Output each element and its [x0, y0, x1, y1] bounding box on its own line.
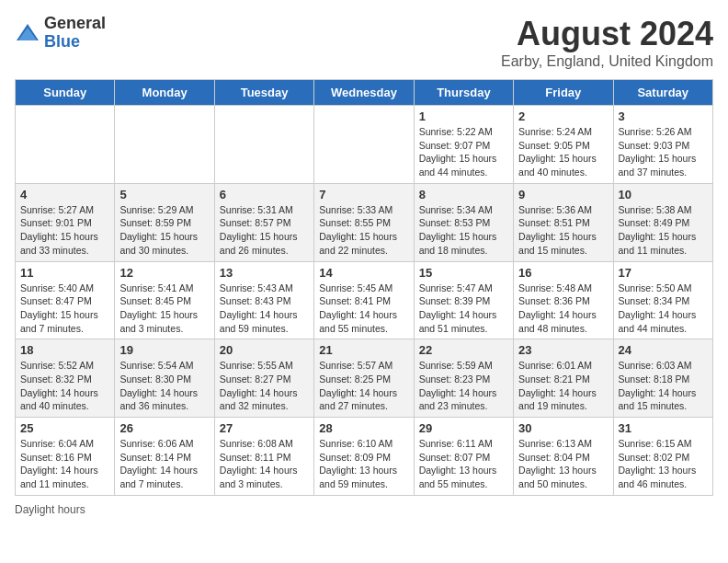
day-number: 6 [220, 188, 309, 201]
day-number: 24 [619, 343, 708, 357]
calendar-cell: 29Sunrise: 6:11 AMSunset: 8:07 PMDayligh… [414, 418, 513, 496]
title-block: August 2024 Earby, England, United Kingd… [501, 15, 713, 70]
col-header-friday: Friday [514, 80, 613, 106]
day-number: 29 [419, 421, 508, 435]
cell-info: Sunrise: 5:55 AMSunset: 8:27 PMDaylight:… [220, 359, 309, 413]
cell-info: Sunrise: 5:48 AMSunset: 8:36 PMDaylight:… [518, 282, 608, 336]
calendar-cell: 8Sunrise: 5:34 AMSunset: 8:53 PMDaylight… [414, 183, 513, 261]
cell-info: Sunrise: 5:57 AMSunset: 8:25 PMDaylight:… [319, 359, 408, 413]
logo-text: General Blue [44, 15, 106, 52]
calendar-cell [115, 106, 214, 184]
logo: General Blue [15, 15, 106, 52]
day-number: 22 [419, 343, 508, 357]
calendar-cell: 5Sunrise: 5:29 AMSunset: 8:59 PMDaylight… [115, 183, 214, 261]
calendar-cell: 15Sunrise: 5:47 AMSunset: 8:39 PMDayligh… [414, 261, 513, 339]
day-number: 10 [619, 188, 708, 201]
calendar-cell: 31Sunrise: 6:15 AMSunset: 8:02 PMDayligh… [613, 418, 712, 496]
cell-info: Sunrise: 5:31 AMSunset: 8:57 PMDaylight:… [220, 203, 309, 258]
cell-info: Sunrise: 5:24 AMSunset: 9:05 PMDaylight:… [518, 125, 608, 179]
day-number: 8 [419, 188, 508, 201]
calendar-cell: 27Sunrise: 6:08 AMSunset: 8:11 PMDayligh… [214, 418, 313, 496]
calendar-cell: 19Sunrise: 5:54 AMSunset: 8:30 PMDayligh… [115, 339, 214, 418]
cell-info: Sunrise: 5:27 AMSunset: 9:01 PMDaylight:… [20, 203, 109, 258]
day-number: 28 [319, 421, 408, 435]
cell-info: Sunrise: 6:06 AMSunset: 8:14 PMDaylight:… [119, 437, 209, 491]
calendar-cell: 12Sunrise: 5:41 AMSunset: 8:45 PMDayligh… [115, 261, 214, 339]
calendar-cell: 22Sunrise: 5:59 AMSunset: 8:23 PMDayligh… [414, 339, 513, 418]
day-number: 12 [119, 266, 209, 280]
col-header-wednesday: Wednesday [314, 80, 414, 106]
cell-info: Sunrise: 5:29 AMSunset: 8:59 PMDaylight:… [119, 203, 209, 258]
col-header-sunday: Sunday [16, 80, 115, 106]
day-number: 5 [119, 188, 209, 201]
calendar-table: SundayMondayTuesdayWednesdayThursdayFrid… [15, 79, 713, 496]
cell-info: Sunrise: 5:47 AMSunset: 8:39 PMDaylight:… [419, 282, 508, 336]
subtitle: Earby, England, United Kingdom [501, 53, 713, 70]
cell-info: Sunrise: 5:22 AMSunset: 9:07 PMDaylight:… [419, 125, 508, 179]
calendar-cell: 3Sunrise: 5:26 AMSunset: 9:03 PMDaylight… [613, 106, 712, 184]
cell-info: Sunrise: 5:33 AMSunset: 8:55 PMDaylight:… [319, 203, 408, 258]
calendar-cell: 11Sunrise: 5:40 AMSunset: 8:47 PMDayligh… [16, 261, 115, 339]
day-number: 26 [119, 421, 209, 435]
cell-info: Sunrise: 5:50 AMSunset: 8:34 PMDaylight:… [619, 282, 708, 336]
main-title: August 2024 [501, 15, 713, 53]
day-number: 20 [220, 343, 309, 357]
header-row: SundayMondayTuesdayWednesdayThursdayFrid… [16, 80, 713, 106]
calendar-cell [214, 106, 313, 184]
day-number: 17 [619, 266, 708, 280]
cell-info: Sunrise: 5:34 AMSunset: 8:53 PMDaylight:… [419, 203, 508, 258]
cell-info: Sunrise: 5:43 AMSunset: 8:43 PMDaylight:… [220, 282, 309, 336]
day-number: 18 [20, 343, 109, 357]
cell-info: Sunrise: 6:10 AMSunset: 8:09 PMDaylight:… [319, 437, 408, 491]
calendar-cell: 14Sunrise: 5:45 AMSunset: 8:41 PMDayligh… [314, 261, 414, 339]
cell-info: Sunrise: 6:01 AMSunset: 8:21 PMDaylight:… [518, 359, 608, 413]
day-number: 23 [518, 343, 608, 357]
calendar-cell: 18Sunrise: 5:52 AMSunset: 8:32 PMDayligh… [16, 339, 115, 418]
logo-icon [15, 20, 40, 46]
calendar-cell: 30Sunrise: 6:13 AMSunset: 8:04 PMDayligh… [514, 418, 613, 496]
cell-info: Sunrise: 5:38 AMSunset: 8:49 PMDaylight:… [619, 203, 708, 258]
day-number: 19 [119, 343, 209, 357]
day-number: 4 [20, 188, 109, 201]
day-number: 15 [419, 266, 508, 280]
day-number: 25 [20, 421, 109, 435]
calendar-cell: 28Sunrise: 6:10 AMSunset: 8:09 PMDayligh… [314, 418, 414, 496]
cell-info: Sunrise: 6:04 AMSunset: 8:16 PMDaylight:… [20, 437, 109, 491]
day-number: 16 [518, 266, 608, 280]
week-row-5: 25Sunrise: 6:04 AMSunset: 8:16 PMDayligh… [16, 418, 713, 496]
day-number: 21 [319, 343, 408, 357]
day-number: 7 [319, 188, 408, 201]
calendar-cell [16, 106, 115, 184]
day-number: 1 [419, 109, 508, 123]
calendar-cell: 20Sunrise: 5:55 AMSunset: 8:27 PMDayligh… [214, 339, 313, 418]
day-number: 2 [518, 109, 608, 123]
day-number: 14 [319, 266, 408, 280]
col-header-thursday: Thursday [414, 80, 513, 106]
cell-info: Sunrise: 5:45 AMSunset: 8:41 PMDaylight:… [319, 282, 408, 336]
col-header-saturday: Saturday [613, 80, 712, 106]
cell-info: Sunrise: 5:54 AMSunset: 8:30 PMDaylight:… [119, 359, 209, 413]
calendar-cell: 24Sunrise: 6:03 AMSunset: 8:18 PMDayligh… [613, 339, 712, 418]
cell-info: Sunrise: 5:36 AMSunset: 8:51 PMDaylight:… [518, 203, 608, 258]
calendar-cell: 23Sunrise: 6:01 AMSunset: 8:21 PMDayligh… [514, 339, 613, 418]
cell-info: Sunrise: 5:59 AMSunset: 8:23 PMDaylight:… [419, 359, 508, 413]
day-number: 13 [220, 266, 309, 280]
calendar-cell: 2Sunrise: 5:24 AMSunset: 9:05 PMDaylight… [514, 106, 613, 184]
footer: Daylight hours [15, 503, 713, 516]
daylight-label: Daylight hours [15, 503, 85, 516]
cell-info: Sunrise: 6:11 AMSunset: 8:07 PMDaylight:… [419, 437, 508, 491]
calendar-cell: 7Sunrise: 5:33 AMSunset: 8:55 PMDaylight… [314, 183, 414, 261]
cell-info: Sunrise: 5:26 AMSunset: 9:03 PMDaylight:… [619, 125, 708, 179]
calendar-cell: 13Sunrise: 5:43 AMSunset: 8:43 PMDayligh… [214, 261, 313, 339]
week-row-2: 4Sunrise: 5:27 AMSunset: 9:01 PMDaylight… [16, 183, 713, 261]
calendar-cell: 17Sunrise: 5:50 AMSunset: 8:34 PMDayligh… [613, 261, 712, 339]
calendar-cell: 6Sunrise: 5:31 AMSunset: 8:57 PMDaylight… [214, 183, 313, 261]
day-number: 3 [619, 109, 708, 123]
day-number: 30 [518, 421, 608, 435]
week-row-3: 11Sunrise: 5:40 AMSunset: 8:47 PMDayligh… [16, 261, 713, 339]
cell-info: Sunrise: 6:15 AMSunset: 8:02 PMDaylight:… [619, 437, 708, 491]
calendar-cell: 4Sunrise: 5:27 AMSunset: 9:01 PMDaylight… [16, 183, 115, 261]
col-header-monday: Monday [115, 80, 214, 106]
cell-info: Sunrise: 6:03 AMSunset: 8:18 PMDaylight:… [619, 359, 708, 413]
cell-info: Sunrise: 5:52 AMSunset: 8:32 PMDaylight:… [20, 359, 109, 413]
